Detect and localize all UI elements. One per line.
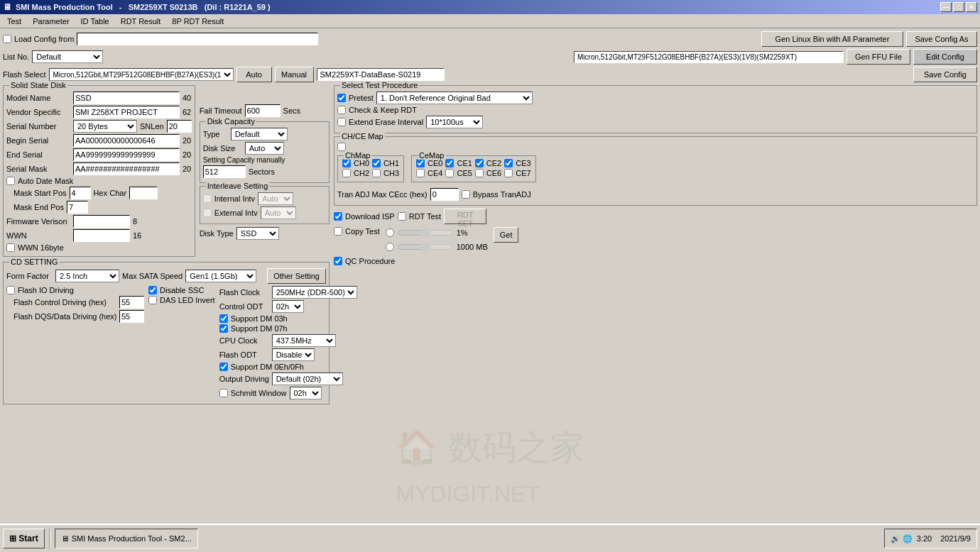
copy-test-slider-1[interactable] [397,227,454,238]
copy-test-radio-2[interactable] [386,243,394,251]
auto-date-mask-checkbox[interactable] [6,177,15,185]
taskbar-app-item[interactable]: 🖥 SMI Mass Production Tool - SM2... [55,529,198,548]
qc-procedure-checkbox[interactable] [334,257,342,265]
pretest-checkbox[interactable] [337,94,346,102]
serial-number-select[interactable]: 20 Bytes [73,120,137,133]
max-sata-select[interactable]: Gen1 (1.5Gb) [185,270,256,282]
disk-type-select[interactable]: Default [231,128,288,140]
rdt-test-checkbox[interactable] [398,212,406,221]
extend-erase-select[interactable]: 10*100us [426,116,483,128]
other-setting-btn[interactable]: Other Setting [267,268,326,284]
flash-io-checkbox[interactable] [6,286,15,294]
check-keep-rdt-checkbox[interactable] [337,106,346,114]
list-no-select[interactable]: Default [32,50,103,63]
manual-btn[interactable]: Manual [275,67,314,82]
copy-test-checkbox[interactable] [334,227,342,236]
ce1-checkbox[interactable] [445,159,454,167]
fail-timeout-input[interactable] [245,104,281,117]
flash-dqs-input[interactable] [119,310,144,323]
close-button[interactable]: ✕ [966,2,977,12]
load-config-checkbox[interactable] [3,35,11,43]
gen-linux-btn[interactable]: Gen Linux Bin with All Parameter [761,31,903,47]
gen-ffu-btn[interactable]: Gen FFU File [846,49,910,65]
save-config-as-btn[interactable]: Save Config As [906,31,977,47]
edit-config-btn[interactable]: Edit Config [913,49,977,65]
hex-char-input[interactable] [129,187,158,199]
ch2-checkbox[interactable] [342,169,351,177]
copy-test-mb: 1000 MB [457,243,488,251]
control-odt-select[interactable]: 02h [272,300,304,313]
ch0-checkbox[interactable] [342,159,351,167]
wwn-input[interactable] [73,229,130,242]
flash-odt-select[interactable]: Disable [272,348,315,361]
ce2-checkbox[interactable] [475,159,484,167]
support-dm03-checkbox[interactable] [219,314,228,323]
copy-test-radio-1[interactable] [386,228,394,237]
ce5-checkbox[interactable] [445,169,454,177]
serial-mask-input[interactable] [73,162,180,175]
auto-btn[interactable]: Auto [236,67,272,82]
internal-intv-checkbox[interactable] [203,194,212,203]
cpu-clock-select[interactable]: 437.5MHz [272,334,336,347]
ce6-checkbox[interactable] [475,169,484,177]
menu-rdt-result[interactable]: RDT Result [116,16,165,27]
menu-test[interactable]: Test [3,16,26,27]
disk-type-ssd-select[interactable]: SSD [236,227,279,240]
end-serial-input[interactable] [73,148,180,161]
flash-ctrl-input[interactable] [119,296,144,309]
pretest-select[interactable]: 1. Don't Reference Original Bad [376,92,533,104]
flash-select[interactable]: Micron,512Gbit,MT29F512G08EBHBF(B27A)(ES… [49,68,234,81]
schmitt-checkbox[interactable] [219,389,228,397]
ch3-checkbox[interactable] [372,169,381,177]
copy-test-get-btn[interactable]: Get [494,227,518,243]
internal-intv-select[interactable]: Auto [258,192,293,205]
external-intv-select[interactable]: Auto [261,206,296,219]
ce3-checkbox[interactable] [504,159,513,167]
schmitt-select[interactable]: 02h [290,387,322,399]
start-button[interactable]: ⊞ Start [3,529,45,548]
ce7-checkbox[interactable] [504,169,513,177]
support-dm0e-checkbox[interactable] [219,363,228,371]
download-isp-checkbox[interactable] [334,212,342,221]
output-driving-select[interactable]: Default (02h) [272,372,343,385]
minimize-button[interactable]: — [940,2,952,12]
extend-erase-checkbox[interactable] [337,118,346,126]
begin-serial-input[interactable] [73,134,180,147]
ch1-checkbox[interactable] [372,159,381,167]
rdt-set-btn[interactable]: RDT SET [444,209,486,224]
save-config-btn[interactable]: Save Config [913,67,977,82]
mask-end-pos-input[interactable] [67,201,88,214]
setting-cap-input[interactable] [203,165,246,178]
firmware-input[interactable] [73,215,130,228]
ce0-checkbox[interactable] [416,159,425,167]
disk-size-select[interactable]: Auto [245,142,284,155]
begin-serial-label: Begin Serial [6,136,70,145]
ce4-checkbox[interactable] [416,169,425,177]
external-intv-checkbox[interactable] [203,209,212,217]
maximize-button[interactable]: □ [953,2,964,12]
bypass-trans-checkbox[interactable] [462,190,470,199]
menu-id-table[interactable]: ID Table [77,16,114,27]
disable-ssc-checkbox[interactable] [148,286,157,294]
model-name-label: Model Name [6,94,70,102]
tran-adj-input[interactable] [430,188,459,201]
model-name-input[interactable] [73,92,180,104]
chce-map-checkbox[interactable] [337,143,346,151]
vendor-specific-input[interactable] [73,106,180,118]
disk-capacity-group: Disk Capacity Type Default Disk Size Aut… [200,121,330,183]
form-factor-select[interactable]: 2.5 Inch [55,270,119,282]
sn-len-input[interactable] [167,120,192,133]
menu-parameter[interactable]: Parameter [28,16,73,27]
mask-start-pos-input[interactable] [70,187,91,199]
load-config-input[interactable] [77,33,318,45]
cemap-group: CeMap CE0 CE1 CE2 CE3 [411,155,536,182]
schmitt-label: Schmitt Window [231,389,287,397]
das-led-checkbox[interactable] [148,296,157,304]
flash-clock-select[interactable]: 250MHz (DDR-500) [272,286,357,299]
support-dm07-checkbox[interactable] [219,324,228,333]
begin-serial-len: 20 [183,136,191,145]
menu-8p-rdt-result[interactable]: 8P RDT Result [168,16,228,27]
wwn16-checkbox[interactable] [6,243,15,252]
ce7-label: CE7 [516,169,530,177]
copy-test-slider-2[interactable] [397,241,454,253]
